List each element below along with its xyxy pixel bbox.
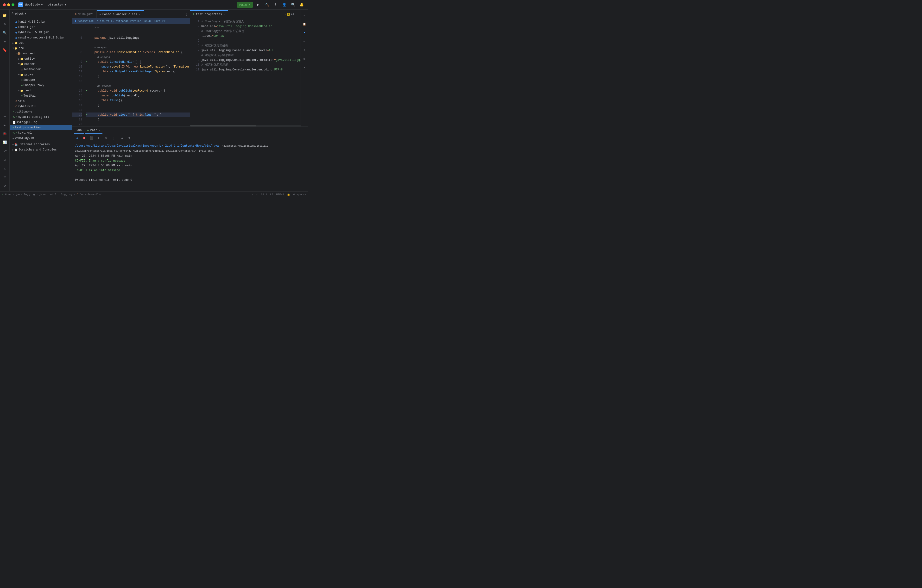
status-line-ending[interactable]: LF — [270, 193, 273, 196]
right-tool-2[interactable]: 📋 — [301, 20, 308, 28]
more-tools-icon-btn[interactable]: ⋯ — [1, 113, 9, 120]
down-arrow-icon[interactable]: ▼ — [293, 13, 294, 16]
bookmark-icon-btn[interactable]: 🔖 — [1, 46, 9, 54]
run-more-button[interactable]: ⋮ — [110, 136, 116, 141]
right-tab-properties[interactable]: P test.properties ✕ — [190, 10, 228, 18]
bottom-tab-main[interactable]: ▶ Main ✕ — [85, 127, 103, 134]
right-tool-6[interactable]: ⊠ — [301, 55, 308, 62]
properties-editor[interactable]: 1 # RootLogger 的默认处理器为 2 handlers= java.… — [190, 18, 301, 125]
tree-item-mybatis[interactable]: ◉ mybatis-3.5.13.jar — [10, 30, 72, 35]
status-encoding[interactable]: UTF-8 — [276, 193, 284, 196]
tree-item-mybatisutil[interactable]: C MybatisUtil — [10, 104, 72, 109]
tree-item-testmapper[interactable]: ☕ TestMapper — [10, 67, 72, 72]
run-config-btn[interactable]: Main ▾ — [237, 2, 253, 8]
close-right-tab-button[interactable]: ✕ — [223, 13, 225, 16]
tree-item-test[interactable]: ▼ 📁 test — [10, 88, 72, 93]
debug-icon-btn[interactable]: 🐞 — [1, 130, 9, 137]
print-button[interactable]: 🖨 — [103, 136, 109, 141]
folder-icon: 📁 — [20, 57, 24, 60]
right-tool-3[interactable]: ● — [301, 29, 308, 36]
tab-more-button[interactable]: ⋮ — [183, 10, 190, 18]
status-git[interactable]: ⑂ — [252, 193, 253, 196]
right-tool-4[interactable]: ⊙ — [301, 38, 308, 45]
close-tab-button[interactable]: ✕ — [139, 13, 141, 16]
todo-icon-btn[interactable]: ☑ — [1, 156, 9, 163]
tree-item-gitignore[interactable]: ✓ .gitignore — [10, 109, 72, 114]
project-menu[interactable]: WebStudy ▾ — [25, 3, 43, 7]
breadcrumb-home[interactable]: Home — [5, 193, 11, 196]
git-icon-btn[interactable]: ⎇ — [1, 147, 9, 155]
find-icon-btn[interactable]: 🔍 — [1, 29, 9, 36]
profile-button[interactable]: 👤 — [281, 2, 288, 8]
notifications-button[interactable]: 🔔 — [298, 2, 305, 8]
up-arrow-icon[interactable]: ▲ — [291, 13, 293, 16]
scroll-up-btn[interactable]: ▲ — [119, 136, 125, 141]
terminal-icon-btn[interactable]: ⌨ — [1, 173, 9, 181]
breadcrumb-consolehandler[interactable]: C ConsoleHandler — [77, 193, 102, 196]
log-icon: 📄 — [13, 121, 16, 124]
editor-tab-main-java[interactable]: C Main.java — [72, 10, 96, 18]
status-indent[interactable]: 4 spaces — [293, 193, 306, 196]
problems-icon-btn[interactable]: ⚠ — [1, 165, 9, 172]
close-bottom-tab-button[interactable]: ✕ — [99, 129, 100, 132]
tree-item-src[interactable]: ▼ 📁 src — [10, 46, 72, 51]
branch-menu[interactable]: ⎇ master ▾ — [47, 3, 66, 7]
profiler-icon-btn[interactable]: 📊 — [1, 139, 9, 146]
right-panel-more-btn[interactable]: ⋮ — [294, 11, 300, 17]
tree-item-scratches[interactable]: ▶ 📋 Scratches and Consoles — [10, 147, 72, 152]
commit-icon-btn[interactable]: ⊙ — [1, 20, 9, 28]
breadcrumb-util[interactable]: util — [50, 193, 56, 196]
tree-item-webstudy-iml[interactable]: ◈ WebStudy.iml — [10, 136, 72, 141]
tree-item-testproperties[interactable]: P test.properties — [10, 125, 72, 130]
tree-item-textxml[interactable]: </> text.xml — [10, 130, 72, 136]
close-traffic-light[interactable] — [3, 3, 6, 6]
tree-item-mylogger[interactable]: 📄 myLogger.log — [10, 120, 72, 125]
scroll-to-end-button[interactable]: ⬇ — [96, 136, 101, 141]
editor-tab-consolehandler[interactable]: ◈ ConsoleHandler.class ✕ — [96, 10, 144, 18]
jar-icon: ◉ — [15, 36, 17, 39]
build-button[interactable]: 🔨 — [263, 2, 270, 8]
scroll-up-icon[interactable]: ▲ — [119, 136, 125, 141]
breadcrumb-java[interactable]: java — [39, 193, 46, 196]
tree-item-mybatisconfig[interactable]: </> mybatis-config.xml — [10, 114, 72, 120]
tree-item-shopper[interactable]: ● Shopper — [10, 77, 72, 83]
right-tool-1[interactable]: ⚙ — [301, 11, 308, 19]
project-icon-btn[interactable]: 📁 — [1, 11, 9, 19]
tree-item-mysql[interactable]: ◉ mysql-connector-j-8.2.0.jar — [10, 35, 72, 40]
services-icon-btn[interactable]: ⚙ — [1, 182, 9, 189]
code-editor[interactable]: 6 8 9 10 11 12 13 14 15 16 1 — [72, 24, 190, 126]
tree-item-mapper[interactable]: ▼ 📁 mapper — [10, 62, 72, 67]
tree-item-proxy[interactable]: ▼ 📁 proxy — [10, 72, 72, 77]
minimize-traffic-light[interactable] — [7, 3, 10, 6]
stop-button[interactable]: ■ — [81, 136, 87, 141]
project-panel-header[interactable]: Project ▾ — [10, 10, 72, 18]
maximize-traffic-light[interactable] — [11, 3, 15, 6]
status-check[interactable]: ✓ — [257, 193, 258, 196]
tree-item-testmain[interactable]: ● TestMain — [10, 93, 72, 98]
tree-item-junit[interactable]: ◉ junit-4.13.2.jar — [10, 19, 72, 24]
right-tool-7[interactable]: ✦ — [301, 64, 308, 71]
status-lock[interactable]: 🔒 — [287, 193, 290, 196]
tree-item-shopperproxy[interactable]: ● ShopperProxy — [10, 83, 72, 88]
tree-item-comtest[interactable]: ▼ 📦 com.test — [10, 51, 72, 56]
tree-item-main[interactable]: C Main — [10, 98, 72, 104]
chevron-right-icon: ▶ — [13, 42, 14, 44]
code-content[interactable]: /** package java.util.logging; — [84, 24, 190, 126]
breadcrumb-logging[interactable]: logging — [61, 193, 72, 196]
structure-icon-btn[interactable]: ⊞ — [1, 38, 9, 45]
bottom-tab-run[interactable]: Run — [74, 127, 84, 134]
restore-layout-button[interactable]: ⬛ — [88, 136, 94, 141]
status-position[interactable]: 18:1 — [261, 193, 267, 196]
tree-item-entity[interactable]: ▶ 📁 entity — [10, 56, 72, 62]
run-button[interactable]: ▶ — [255, 2, 262, 8]
breadcrumb-java-logging[interactable]: java.logging — [16, 193, 35, 196]
scroll-down-btn[interactable]: ▼ — [126, 136, 132, 141]
rerun-button[interactable]: ↺ — [74, 136, 80, 141]
tree-item-out[interactable]: ▶ 📁 out — [10, 40, 72, 46]
tree-item-lombok[interactable]: ◉ lombok.jar — [10, 24, 72, 30]
right-tool-5[interactable]: ⤸ — [301, 46, 308, 54]
more-actions-button[interactable]: ⋮ — [272, 2, 279, 8]
search-button[interactable]: 🔍 — [289, 2, 296, 8]
tree-item-ext-libs[interactable]: ▶ 📚 External Libraries — [10, 142, 72, 147]
run-dashboard-icon-btn[interactable]: ▶ — [1, 121, 9, 129]
